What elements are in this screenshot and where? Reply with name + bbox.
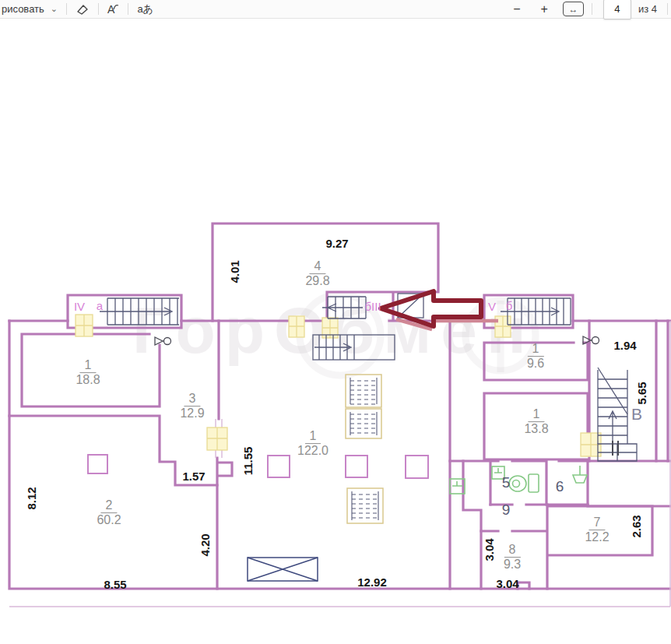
toolbar-divider (667, 3, 668, 15)
toolbar-left-group: рисовать ⌄ A аあ (0, 1, 159, 18)
pdf-toolbar: рисовать ⌄ A аあ − + ↔ из 4 (0, 0, 671, 19)
pen-icon (113, 3, 119, 11)
fixture-square-wc (492, 466, 504, 479)
draw-tool-button[interactable]: рисовать ⌄ (0, 2, 63, 16)
crossed-box (248, 558, 318, 581)
columns (88, 455, 428, 478)
walls (9, 223, 671, 589)
toolbar-divider (592, 3, 592, 15)
sink-icon (573, 466, 587, 483)
zoom-out-button[interactable]: − (503, 2, 530, 16)
plumbing-fixtures (450, 466, 587, 494)
page-number-input[interactable] (603, 0, 631, 19)
read-aloud-button[interactable]: аあ (132, 1, 159, 18)
hatch-boxes (346, 375, 383, 523)
toolbar-divider (98, 3, 99, 15)
floor-plan-svg (0, 0, 671, 644)
door-symbol (155, 337, 171, 345)
eraser-button[interactable] (70, 1, 95, 18)
draw-tool-label: рисовать (2, 3, 44, 15)
zoom-in-button[interactable]: + (531, 2, 558, 16)
read-aloud-icon: аあ (137, 2, 153, 16)
thin-contour (9, 321, 670, 607)
text-tool-button[interactable]: A (102, 2, 125, 17)
window-symbols (76, 315, 601, 456)
toolbar-right-group: − + ↔ из 4 (503, 0, 671, 19)
fit-width-button[interactable]: ↔ (558, 2, 588, 16)
chevron-down-icon: ⌄ (51, 4, 58, 14)
staircase-iva (100, 298, 179, 325)
page-count-label: из 4 (638, 3, 657, 15)
fit-width-icon: ↔ (563, 2, 584, 16)
staircase-biii (322, 297, 366, 318)
toolbar-divider (128, 3, 128, 15)
toilet-icon (509, 474, 539, 492)
eraser-icon (76, 2, 90, 16)
document-canvas[interactable]: ГорОбмен (0, 0, 671, 644)
door-symbol (583, 336, 599, 344)
toolbar-divider (66, 3, 67, 15)
